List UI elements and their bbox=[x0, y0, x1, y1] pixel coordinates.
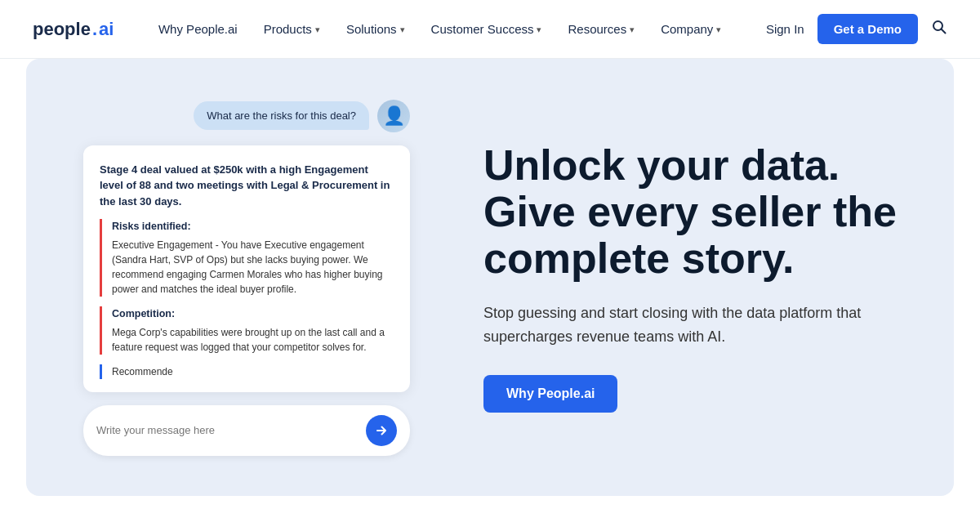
message-input[interactable] bbox=[96, 424, 356, 436]
risks-section: Risks identified: Executive Engagement -… bbox=[100, 219, 394, 297]
hero-text: Unlock your data. Give every seller the … bbox=[451, 109, 954, 445]
nav-links: Why People.ai Products ▾ Solutions ▾ Cus… bbox=[149, 16, 731, 42]
hero-headline: Unlock your data. Give every seller the … bbox=[483, 142, 905, 283]
nav-solutions[interactable]: Solutions ▾ bbox=[336, 16, 415, 42]
response-card: Stage 4 deal valued at $250k with a high… bbox=[83, 145, 410, 392]
hero-subtext: Stop guessing and start closing with the… bbox=[483, 301, 892, 349]
sign-in-link[interactable]: Sign In bbox=[766, 22, 804, 36]
avatar: 👤 bbox=[377, 100, 410, 132]
risks-text: Executive Engagement - You have Executiv… bbox=[112, 238, 394, 297]
nav-why-peopleai[interactable]: Why People.ai bbox=[149, 16, 247, 42]
solutions-chevron-icon: ▾ bbox=[400, 25, 405, 35]
send-button[interactable] bbox=[366, 415, 397, 446]
navbar: people.ai Why People.ai Products ▾ Solut… bbox=[0, 0, 980, 59]
get-demo-button[interactable]: Get a Demo bbox=[817, 14, 918, 44]
search-icon[interactable] bbox=[931, 19, 947, 39]
recommendation-section: Recommende bbox=[100, 364, 394, 379]
products-chevron-icon: ▾ bbox=[315, 25, 320, 35]
competition-section: Competition: Mega Corp's capabilities we… bbox=[100, 306, 394, 355]
logo-people: people bbox=[33, 19, 91, 40]
company-chevron-icon: ▾ bbox=[716, 25, 721, 35]
why-peopleai-button[interactable]: Why People.ai bbox=[483, 375, 617, 413]
nav-actions: Sign In Get a Demo bbox=[766, 14, 947, 44]
nav-company[interactable]: Company ▾ bbox=[651, 16, 731, 42]
nav-customer-success[interactable]: Customer Success ▾ bbox=[421, 16, 552, 42]
recommendation-text: Recommende bbox=[112, 364, 394, 379]
competition-title: Competition: bbox=[112, 306, 394, 322]
resources-chevron-icon: ▾ bbox=[630, 25, 635, 35]
query-bubble-container: What are the risks for this deal? 👤 bbox=[194, 100, 410, 132]
logo[interactable]: people.ai bbox=[33, 19, 114, 40]
competition-text: Mega Corp's capabilities were brought up… bbox=[112, 325, 394, 355]
logo-ai: ai bbox=[99, 19, 114, 40]
chat-panel: What are the risks for this deal? 👤 Stag… bbox=[26, 83, 451, 472]
hero-section: What are the risks for this deal? 👤 Stag… bbox=[26, 59, 954, 496]
risks-title: Risks identified: bbox=[112, 219, 394, 234]
response-intro: Stage 4 deal valued at $250k with a high… bbox=[100, 162, 394, 210]
message-input-area bbox=[83, 405, 410, 456]
svg-line-1 bbox=[942, 29, 946, 33]
logo-dot: . bbox=[92, 19, 97, 40]
customer-success-chevron-icon: ▾ bbox=[537, 25, 541, 35]
query-bubble: What are the risks for this deal? bbox=[194, 101, 369, 130]
nav-resources[interactable]: Resources ▾ bbox=[558, 16, 644, 42]
avatar-icon: 👤 bbox=[383, 107, 405, 125]
nav-products[interactable]: Products ▾ bbox=[254, 16, 330, 42]
